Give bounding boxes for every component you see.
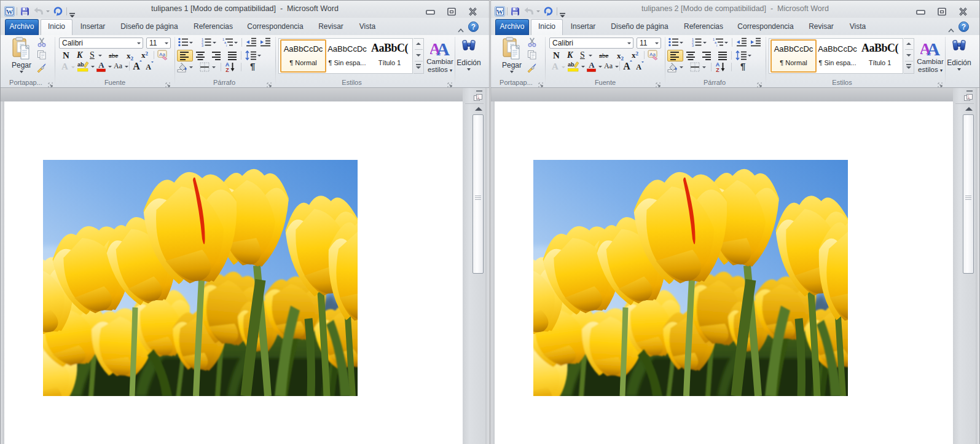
svg-text:W: W bbox=[496, 8, 503, 15]
svg-text:A: A bbox=[927, 39, 940, 57]
svg-text:A: A bbox=[589, 61, 595, 69]
svg-text:A: A bbox=[146, 63, 151, 71]
svg-text:A: A bbox=[636, 63, 641, 71]
svg-text:Aa: Aa bbox=[649, 52, 656, 57]
svg-text:3: 3 bbox=[692, 44, 694, 47]
svg-text:Aa: Aa bbox=[159, 52, 165, 57]
svg-text:i: i bbox=[716, 44, 717, 47]
svg-text:A: A bbox=[436, 39, 450, 57]
svg-text:ab: ab bbox=[568, 61, 574, 68]
svg-text:3: 3 bbox=[202, 44, 203, 47]
svg-text:Z: Z bbox=[225, 67, 229, 73]
svg-text:A: A bbox=[133, 61, 140, 71]
svg-text:A: A bbox=[623, 61, 630, 71]
svg-text:W: W bbox=[6, 8, 13, 15]
svg-text:ab: ab bbox=[77, 61, 84, 68]
svg-text:A: A bbox=[98, 61, 104, 69]
svg-text:i: i bbox=[226, 44, 227, 47]
svg-text:Z: Z bbox=[716, 67, 719, 73]
svg-text:?: ? bbox=[962, 23, 966, 31]
svg-text:?: ? bbox=[471, 23, 476, 31]
